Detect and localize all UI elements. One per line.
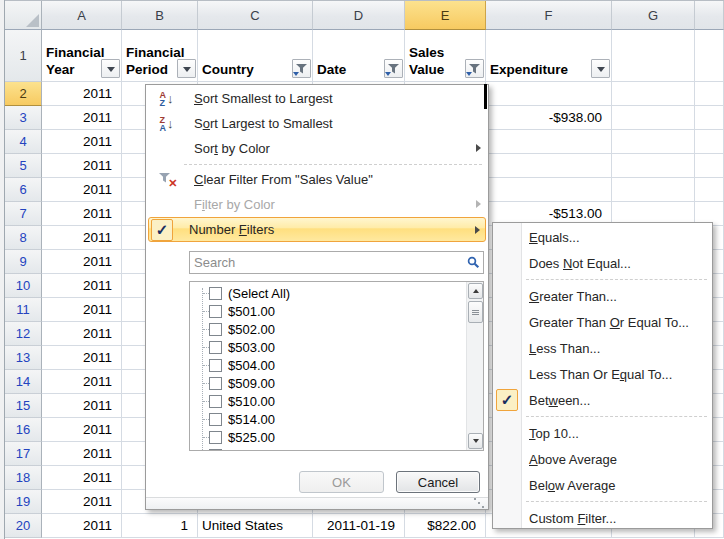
- cell-A14[interactable]: 2011: [42, 370, 122, 394]
- cell-F6[interactable]: [486, 178, 612, 202]
- row-header-20[interactable]: 20: [5, 514, 42, 538]
- filter-button-C[interactable]: [292, 59, 311, 78]
- row-header-12[interactable]: 12: [5, 322, 42, 346]
- cell-B20[interactable]: 1: [122, 514, 198, 538]
- submenu-item-greater-than[interactable]: Greater Than...: [493, 283, 712, 309]
- header-cell-C[interactable]: Country: [198, 30, 313, 82]
- scrollbar[interactable]: [466, 282, 483, 450]
- cell-A6[interactable]: 2011: [42, 178, 122, 202]
- menu-item-number-filters[interactable]: ✓Number Filters: [148, 217, 486, 242]
- search-box[interactable]: [189, 251, 484, 274]
- column-header-E[interactable]: E: [405, 1, 486, 30]
- menu-item-sort-by-color[interactable]: Sort by Color: [148, 136, 486, 161]
- cell-A9[interactable]: 2011: [42, 250, 122, 274]
- menu-item-sort-largest-to-smallest[interactable]: ZA↓Sort Largest to Smallest: [148, 111, 486, 136]
- cell-A8[interactable]: 2011: [42, 226, 122, 250]
- submenu-item-greater-than-or-equal-to[interactable]: Greater Than Or Equal To...: [493, 309, 712, 335]
- row-header-7[interactable]: 7: [5, 202, 42, 226]
- cell-A3[interactable]: 2011: [42, 106, 122, 130]
- filter-value-509-00[interactable]: $509.00: [190, 374, 466, 392]
- cell-A5[interactable]: 2011: [42, 154, 122, 178]
- menu-item-filter-by-color[interactable]: Filter by Color: [148, 192, 486, 217]
- header-cell-F[interactable]: Expenditure: [486, 30, 612, 82]
- row-header-4[interactable]: 4: [5, 130, 42, 154]
- filter-button-E[interactable]: [465, 59, 484, 78]
- resize-grip-icon[interactable]: [474, 498, 476, 500]
- cell-A12[interactable]: 2011: [42, 322, 122, 346]
- submenu-item-below-average[interactable]: Below Average: [493, 472, 712, 498]
- row-header-5[interactable]: 5: [5, 154, 42, 178]
- search-input[interactable]: [190, 255, 463, 270]
- filter-value-select-all[interactable]: (Select All): [190, 284, 466, 302]
- scroll-down-button[interactable]: [468, 433, 483, 449]
- header-cell-G[interactable]: [612, 30, 695, 82]
- cell-F3[interactable]: -$938.00: [486, 106, 612, 130]
- filter-value-502-00[interactable]: $502.00: [190, 320, 466, 338]
- checkbox-unchecked[interactable]: [209, 341, 222, 354]
- checkbox-unchecked[interactable]: [209, 377, 222, 390]
- cell-A20[interactable]: 2011: [42, 514, 122, 538]
- cell-H2[interactable]: [695, 82, 724, 106]
- row-header-11[interactable]: 11: [5, 298, 42, 322]
- magnifier-icon[interactable]: [463, 256, 483, 269]
- column-header-D[interactable]: D: [313, 1, 405, 30]
- cell-E20[interactable]: $822.00: [405, 514, 486, 538]
- filter-button-D[interactable]: [384, 59, 403, 78]
- submenu-item-top-10[interactable]: Top 10...: [493, 420, 712, 446]
- cell-G2[interactable]: [612, 82, 695, 106]
- row-header-1[interactable]: 1: [5, 30, 42, 82]
- column-header-B[interactable]: B: [122, 1, 198, 30]
- checkbox-unchecked[interactable]: [209, 449, 222, 452]
- cell-A7[interactable]: 2011: [42, 202, 122, 226]
- row-header-19[interactable]: 19: [5, 490, 42, 514]
- submenu-item-less-than[interactable]: Less Than...: [493, 335, 712, 361]
- filter-value-504-00[interactable]: $504.00: [190, 356, 466, 374]
- column-header-C[interactable]: C: [198, 1, 313, 30]
- scrollbar-thumb[interactable]: [468, 301, 483, 323]
- checkbox-unchecked[interactable]: [209, 323, 222, 336]
- row-header-16[interactable]: 16: [5, 418, 42, 442]
- header-cell-partial[interactable]: [695, 30, 724, 82]
- cell-A11[interactable]: 2011: [42, 298, 122, 322]
- submenu-item-less-than-or-equal-to[interactable]: Less Than Or Equal To...: [493, 361, 712, 387]
- submenu-item-equals[interactable]: Equals...: [493, 224, 712, 250]
- cancel-button[interactable]: Cancel: [396, 471, 480, 493]
- cell-G5[interactable]: [612, 154, 695, 178]
- select-all-corner[interactable]: [5, 1, 42, 30]
- column-header-A[interactable]: A: [42, 1, 122, 30]
- checkbox-unchecked[interactable]: [209, 395, 222, 408]
- menu-item-sort-smallest-to-largest[interactable]: AZ↓Sort Smallest to Largest: [148, 86, 486, 111]
- checkbox-unchecked[interactable]: [209, 305, 222, 318]
- filter-button-F[interactable]: [591, 59, 610, 78]
- checkbox-unchecked[interactable]: [209, 287, 222, 300]
- row-header-14[interactable]: 14: [5, 370, 42, 394]
- checkbox-unchecked[interactable]: [209, 359, 222, 372]
- row-header-2[interactable]: 2: [5, 82, 42, 106]
- cell-F5[interactable]: [486, 154, 612, 178]
- cell-A2[interactable]: 2011: [42, 82, 122, 106]
- cell-A15[interactable]: 2011: [42, 394, 122, 418]
- ok-button[interactable]: OK: [299, 471, 384, 493]
- cell-G3[interactable]: [612, 106, 695, 130]
- filter-button-B[interactable]: [177, 59, 196, 78]
- cell-F4[interactable]: [486, 130, 612, 154]
- header-cell-B[interactable]: FinancialPeriod: [122, 30, 198, 82]
- row-header-9[interactable]: 9: [5, 250, 42, 274]
- row-header-13[interactable]: 13: [5, 346, 42, 370]
- cell-H6[interactable]: [695, 178, 724, 202]
- filter-value-503-00[interactable]: $503.00: [190, 338, 466, 356]
- cell-H3[interactable]: [695, 106, 724, 130]
- cell-F2[interactable]: [486, 82, 612, 106]
- row-header-6[interactable]: 6: [5, 178, 42, 202]
- cell-A4[interactable]: 2011: [42, 130, 122, 154]
- row-header-17[interactable]: 17: [5, 442, 42, 466]
- filter-button-A[interactable]: [101, 59, 120, 78]
- row-header-8[interactable]: 8: [5, 226, 42, 250]
- header-cell-D[interactable]: Date: [313, 30, 405, 82]
- filter-value-514-00[interactable]: $514.00: [190, 410, 466, 428]
- row-header-18[interactable]: 18: [5, 466, 42, 490]
- header-cell-A[interactable]: FinancialYear: [42, 30, 122, 82]
- scroll-up-button[interactable]: [468, 283, 483, 299]
- checkbox-unchecked[interactable]: [209, 431, 222, 444]
- cell-A10[interactable]: 2011: [42, 274, 122, 298]
